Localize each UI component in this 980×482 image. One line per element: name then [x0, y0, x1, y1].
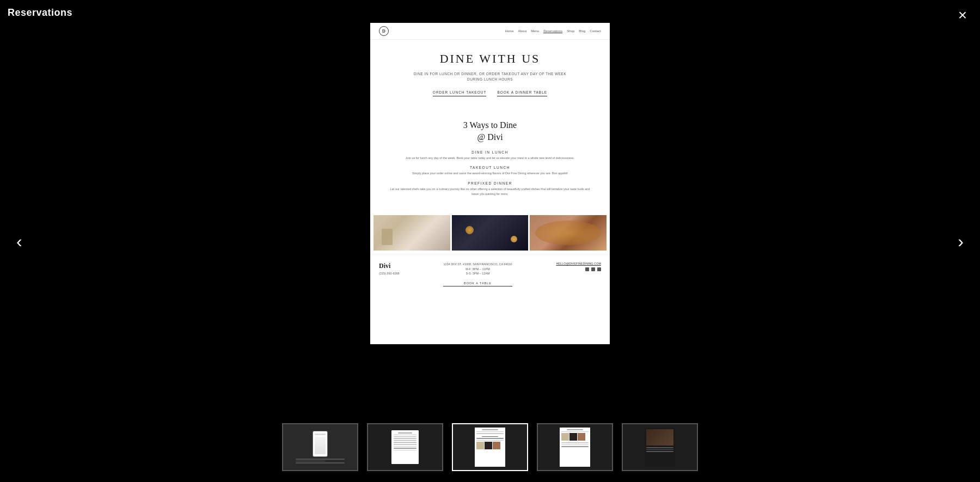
nav-home[interactable]: Home [505, 29, 514, 33]
main-preview: D Home About Menu Reservations Shop Blog… [370, 23, 610, 344]
photos-grid [370, 215, 610, 251]
footer-brand-col: Divi (315) 392-6268 [379, 262, 400, 275]
close-button[interactable]: × [958, 8, 967, 23]
thumb-1-device [313, 431, 328, 457]
site-logo[interactable]: D [379, 26, 389, 36]
hero-subtitle: DINE IN FOR LUNCH OR DINNER, OR ORDER TA… [387, 71, 593, 83]
site-nav: D Home About Menu Reservations Shop Blog… [370, 23, 610, 40]
page-title: Reservations [8, 7, 72, 19]
food-photo-3 [530, 215, 607, 251]
thumb-2-page [391, 430, 419, 464]
thumbnail-3[interactable] [452, 423, 528, 471]
next-arrow-button[interactable]: › [947, 222, 975, 261]
hero-section: DINE WITH US DINE IN FOR LUNCH OR DINNER… [370, 40, 610, 111]
footer-social [556, 267, 601, 271]
twitter-icon[interactable] [591, 267, 595, 271]
footer-address-col: 1234 DIVI ST. #1008, SAN FRANCISCO, CA 9… [443, 262, 512, 286]
site-footer: Divi (315) 392-6268 1234 DIVI ST. #1008,… [370, 254, 610, 294]
book-dinner-btn[interactable]: BOOK A DINNER TABLE [497, 90, 547, 96]
nav-contact[interactable]: Contact [590, 29, 601, 33]
nav-reservations[interactable]: Reservations [543, 29, 562, 33]
thumbnail-5[interactable] [622, 423, 698, 471]
thumbnail-strip [282, 423, 698, 471]
thumb-5-content [645, 428, 675, 467]
instagram-icon[interactable] [597, 267, 601, 271]
ways-title: 3 Ways to Dine @ Divi [387, 119, 593, 144]
nav-menu[interactable]: Menu [531, 29, 539, 33]
facebook-icon[interactable] [585, 267, 589, 271]
ways-section: 3 Ways to Dine @ Divi DINE IN LUNCH Join… [370, 111, 610, 211]
hero-title: DINE WITH US [387, 52, 593, 66]
way-item-3: PREFIXED DINNER Let our talented chefs t… [387, 181, 593, 197]
footer-book-btn[interactable]: BOOK A TABLE [443, 282, 512, 286]
nav-shop[interactable]: Shop [567, 29, 574, 33]
way-item-2: TAKEOUT LUNCH Simply place your order on… [387, 166, 593, 176]
thumbnail-4[interactable] [537, 423, 613, 471]
thumb-4-content [560, 428, 590, 467]
way-item-1: DINE IN LUNCH Join us for lunch any day … [387, 150, 593, 161]
thumbnail-2[interactable] [367, 423, 443, 471]
site-nav-links: Home About Menu Reservations Shop Blog C… [505, 29, 601, 33]
nav-about[interactable]: About [518, 29, 527, 33]
cta-buttons: ORDER LUNCH TAKEOUT BOOK A DINNER TABLE [387, 90, 593, 96]
nav-blog[interactable]: Blog [579, 29, 585, 33]
footer-right-col: HELLO@DIVEFINEDINING.COM [556, 262, 601, 271]
thumb-3-content [475, 428, 505, 467]
food-photo-1 [373, 215, 450, 251]
thumbnail-1[interactable] [282, 423, 358, 471]
preview-content: D Home About Menu Reservations Shop Blog… [370, 23, 610, 344]
order-lunch-btn[interactable]: ORDER LUNCH TAKEOUT [433, 90, 487, 96]
food-photo-2 [452, 215, 529, 251]
prev-arrow-button[interactable]: ‹ [5, 222, 33, 261]
